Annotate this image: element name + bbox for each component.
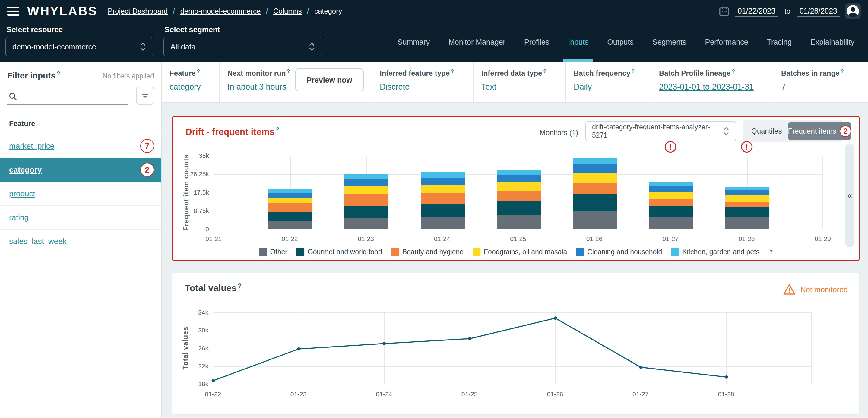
- bar-segment-cleaning-and-household[interactable]: [421, 178, 465, 185]
- tab-profiles[interactable]: Profiles: [515, 22, 559, 62]
- help-icon[interactable]: ?: [770, 249, 773, 255]
- segment-select[interactable]: All data: [163, 37, 322, 56]
- bar-segment-beauty-and-hygiene[interactable]: [649, 199, 693, 206]
- data-point[interactable]: [639, 365, 642, 369]
- legend-item-gourmet-and-world-food[interactable]: Gourmet and world food: [297, 248, 382, 256]
- bar-segment-cleaning-and-household[interactable]: [649, 186, 693, 192]
- info-value[interactable]: 2023-01-01 to 2023-01-31: [659, 82, 773, 92]
- bar-segment-beauty-and-hygiene[interactable]: [497, 191, 541, 201]
- search-input[interactable]: [22, 92, 127, 101]
- bar-segment-gourmet-and-world-food[interactable]: [344, 206, 389, 218]
- legend-item-other[interactable]: Other: [259, 248, 287, 256]
- bar-segment-other[interactable]: [725, 217, 769, 229]
- bar-segment-beauty-and-hygiene[interactable]: [725, 202, 769, 207]
- bar-segment-gourmet-and-world-food[interactable]: [725, 207, 769, 217]
- bar-segment-cleaning-and-household[interactable]: [344, 180, 389, 186]
- bar-segment-kitchen-garden-and-pets[interactable]: [725, 187, 769, 190]
- bar-segment-gourmet-and-world-food[interactable]: [269, 212, 312, 221]
- tab-outputs[interactable]: Outputs: [598, 22, 643, 62]
- bar-segment-gourmet-and-world-food[interactable]: [497, 201, 541, 215]
- tab-tracing[interactable]: Tracing: [757, 22, 801, 62]
- resource-select[interactable]: demo-model-ecommerce: [5, 37, 153, 56]
- tab-inputs[interactable]: Inputs: [559, 22, 598, 62]
- help-icon[interactable]: ?: [543, 68, 546, 74]
- bar-segment-kitchen-garden-and-pets[interactable]: [269, 189, 312, 193]
- toggle-frequent-items[interactable]: Frequent items 2: [788, 123, 851, 140]
- tab-performance[interactable]: Performance: [696, 22, 757, 62]
- help-icon[interactable]: ?: [238, 282, 241, 289]
- bar-segment-beauty-and-hygiene[interactable]: [421, 193, 465, 204]
- bar-segment-foodgrains-oil-and-masala[interactable]: [269, 198, 312, 203]
- data-point[interactable]: [383, 342, 386, 345]
- help-icon[interactable]: ?: [451, 68, 454, 74]
- menu-icon[interactable]: [7, 7, 19, 16]
- alert-icon[interactable]: !: [665, 141, 676, 153]
- data-point[interactable]: [297, 347, 300, 350]
- bar-segment-kitchen-garden-and-pets[interactable]: [421, 172, 465, 177]
- bar-segment-cleaning-and-household[interactable]: [573, 164, 617, 173]
- alert-icon[interactable]: !: [741, 141, 752, 153]
- sidebar-item-rating[interactable]: rating: [0, 206, 161, 229]
- bar-segment-cleaning-and-household[interactable]: [497, 174, 541, 182]
- bar-segment-foodgrains-oil-and-masala[interactable]: [573, 173, 617, 183]
- sidebar-item-product[interactable]: product: [0, 182, 161, 206]
- legend-item-foodgrains-oil-and-masala[interactable]: Foodgrains, oil and masala: [473, 248, 567, 256]
- bar-segment-other[interactable]: [269, 221, 312, 229]
- breadcrumb-columns[interactable]: Columns: [273, 7, 302, 15]
- help-icon[interactable]: ?: [287, 68, 290, 74]
- data-point[interactable]: [725, 376, 728, 379]
- bar-segment-other[interactable]: [649, 217, 693, 229]
- bar-segment-foodgrains-oil-and-masala[interactable]: [497, 182, 541, 191]
- bar-segment-beauty-and-hygiene[interactable]: [344, 194, 389, 206]
- tab-explainability[interactable]: Explainability: [801, 22, 864, 62]
- filter-button[interactable]: [136, 87, 154, 105]
- help-icon[interactable]: ?: [197, 68, 200, 74]
- bar-segment-foodgrains-oil-and-masala[interactable]: [649, 192, 693, 199]
- tab-segments[interactable]: Segments: [643, 22, 696, 62]
- bar-segment-other[interactable]: [344, 218, 389, 229]
- preview-now-button[interactable]: Preview now: [295, 68, 364, 91]
- breadcrumb-project-dashboard[interactable]: Project Dashboard: [108, 7, 168, 15]
- bar-segment-foodgrains-oil-and-masala[interactable]: [344, 186, 389, 194]
- bar-segment-gourmet-and-world-food[interactable]: [649, 206, 693, 217]
- bar-segment-kitchen-garden-and-pets[interactable]: [649, 183, 693, 186]
- legend-item-cleaning-and-household[interactable]: Cleaning and household: [576, 248, 662, 256]
- bar-segment-gourmet-and-world-food[interactable]: [573, 194, 617, 211]
- calendar-icon[interactable]: [718, 5, 730, 17]
- help-icon[interactable]: ?: [276, 126, 279, 133]
- bar-segment-other[interactable]: [421, 217, 465, 229]
- search-field[interactable]: [7, 90, 128, 105]
- bar-segment-other[interactable]: [573, 211, 617, 229]
- user-avatar[interactable]: [845, 3, 861, 19]
- bar-segment-gourmet-and-world-food[interactable]: [421, 204, 465, 217]
- breadcrumb-model[interactable]: demo-model-ecommerce: [180, 7, 261, 15]
- collapse-panel-handle[interactable]: «: [845, 143, 855, 247]
- bar-segment-cleaning-and-household[interactable]: [725, 190, 769, 195]
- bar-segment-foodgrains-oil-and-masala[interactable]: [421, 185, 465, 193]
- sidebar-item-sales-last-week[interactable]: sales_last_week: [0, 229, 161, 253]
- legend-item-beauty-and-hygiene[interactable]: Beauty and hygiene: [391, 248, 464, 256]
- bar-segment-cleaning-and-household[interactable]: [269, 193, 312, 198]
- bar-segment-foodgrains-oil-and-masala[interactable]: [725, 195, 769, 202]
- bar-segment-beauty-and-hygiene[interactable]: [269, 203, 312, 212]
- bar-segment-kitchen-garden-and-pets[interactable]: [497, 170, 541, 174]
- bar-segment-kitchen-garden-and-pets[interactable]: [573, 158, 617, 164]
- bar-segment-beauty-and-hygiene[interactable]: [573, 183, 617, 194]
- toggle-quantiles[interactable]: Quantiles: [745, 127, 788, 135]
- sidebar-item-category[interactable]: category2: [0, 158, 161, 182]
- data-point[interactable]: [468, 337, 471, 340]
- date-range-end[interactable]: 01/28/2023: [797, 6, 840, 17]
- date-range-start[interactable]: 01/22/2023: [735, 6, 778, 17]
- tab-summary[interactable]: Summary: [388, 22, 439, 62]
- help-icon[interactable]: ?: [57, 70, 60, 76]
- help-icon[interactable]: ?: [841, 68, 843, 74]
- monitor-select[interactable]: drift-category-frequent-items-analyzer-5…: [585, 121, 736, 141]
- help-icon[interactable]: ?: [732, 68, 735, 74]
- tab-monitor-manager[interactable]: Monitor Manager: [439, 22, 515, 62]
- bar-segment-other[interactable]: [497, 215, 541, 229]
- data-point[interactable]: [554, 316, 557, 320]
- help-icon[interactable]: ?: [631, 68, 634, 74]
- data-point[interactable]: [212, 379, 215, 382]
- legend-item-kitchen-garden-and-pets[interactable]: Kitchen, garden and pets: [671, 248, 760, 256]
- bar-segment-kitchen-garden-and-pets[interactable]: [344, 174, 389, 180]
